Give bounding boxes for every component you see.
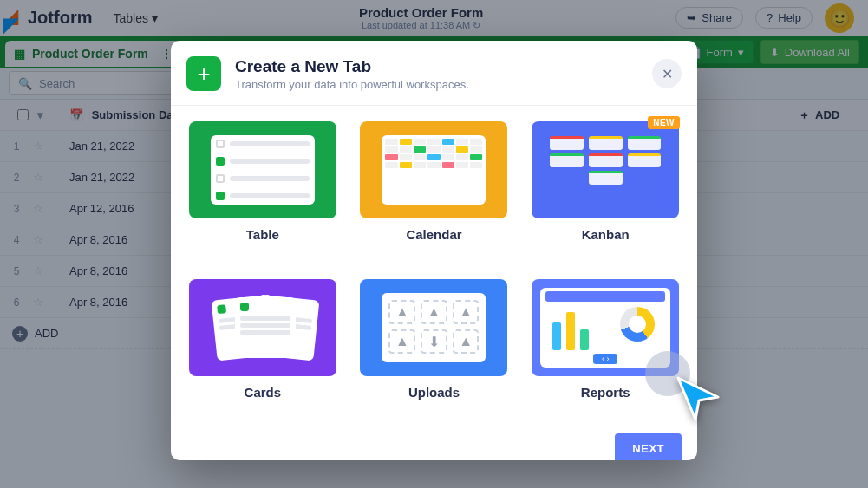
tile-cards[interactable]: Cards xyxy=(186,279,339,418)
plus-badge-icon: + xyxy=(186,56,221,91)
tile-kanban[interactable]: NEW Kanban xyxy=(529,121,682,260)
uploads-thumb-icon: ▲▲▲ ▲⬇▲ xyxy=(360,279,507,376)
close-icon: ✕ xyxy=(662,66,673,82)
tile-table[interactable]: Table xyxy=(186,121,339,260)
kanban-thumb-icon xyxy=(532,121,679,218)
modal-subtitle: Transform your data into powerful worksp… xyxy=(235,78,469,91)
close-button[interactable]: ✕ xyxy=(652,59,682,88)
tile-label: Table xyxy=(246,227,279,242)
new-badge: NEW xyxy=(648,116,680,129)
modal-title: Create a New Tab xyxy=(235,57,469,76)
modal-footer: NEXT xyxy=(171,421,697,460)
table-thumb-icon xyxy=(189,121,336,218)
tile-calendar[interactable]: Calendar xyxy=(358,121,511,260)
calendar-thumb-icon xyxy=(360,121,507,218)
tile-reports[interactable]: ‹ › Reports xyxy=(529,279,682,418)
tile-label: Kanban xyxy=(582,227,630,242)
modal-header: + Create a New Tab Transform your data i… xyxy=(171,41,697,106)
tile-label: Calendar xyxy=(406,227,461,242)
next-button[interactable]: NEXT xyxy=(615,433,682,460)
tile-uploads[interactable]: ▲▲▲ ▲⬇▲ Uploads xyxy=(358,279,511,418)
tile-label: Cards xyxy=(245,385,282,400)
create-new-tab-modal: + Create a New Tab Transform your data i… xyxy=(171,41,697,460)
tile-label: Reports xyxy=(581,385,630,400)
reports-thumb-icon: ‹ › xyxy=(532,279,679,376)
cards-thumb-icon xyxy=(189,279,336,376)
modal-body: Table Calendar NEW xyxy=(171,106,697,421)
tile-label: Uploads xyxy=(408,385,460,400)
